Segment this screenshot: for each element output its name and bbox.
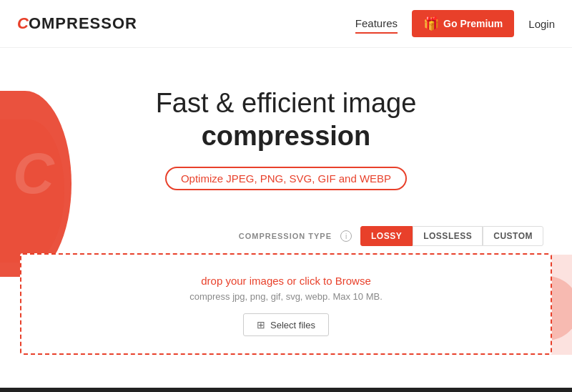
drop-zone[interactable]: drop your images or click to Browse comp… (20, 253, 552, 355)
logo-text: OMPRESSOR (29, 14, 137, 33)
info-icon[interactable]: i (340, 230, 352, 242)
type-lossless-button[interactable]: LOSSLESS (413, 226, 483, 246)
select-files-icon: ⊞ (257, 319, 265, 330)
drop-zone-main-text: drop your images or click to Browse (36, 275, 536, 287)
type-lossy-button[interactable]: LOSSY (360, 226, 413, 246)
hero-title-line1: Fast & efficient image (156, 88, 417, 118)
logo-link[interactable]: C OMPRESSOR (17, 14, 137, 33)
hero-title-line2: compression (0, 120, 572, 153)
bottom-bar (0, 388, 572, 392)
navbar: C OMPRESSOR Features 🎁 Go Premium Login (0, 0, 572, 48)
logo-c: C (17, 14, 29, 33)
drop-zone-sub-text: compress jpg, png, gif, svg, webp. Max 1… (36, 291, 536, 302)
login-link[interactable]: Login (528, 18, 555, 30)
compression-type-bar: COMPRESSION TYPE i LOSSY LOSSLESS CUSTOM (0, 226, 572, 246)
hero-title: Fast & efficient image compression (0, 87, 572, 152)
nav-right: Features 🎁 Go Premium Login (355, 10, 555, 37)
go-premium-button[interactable]: 🎁 Go Premium (412, 10, 514, 37)
type-custom-button[interactable]: CUSTOM (483, 226, 543, 246)
compression-type-label: COMPRESSION TYPE (239, 232, 332, 240)
hero-section: C Fast & efficient image compression Opt… (0, 48, 572, 355)
nav-features-link[interactable]: Features (355, 17, 398, 31)
select-files-button[interactable]: ⊞ Select files (243, 313, 329, 336)
compression-area: COMPRESSION TYPE i LOSSY LOSSLESS CUSTOM… (0, 226, 572, 355)
premium-label: Go Premium (443, 18, 503, 29)
hero-subtitle: Optimize JPEG, PNG, SVG, GIF and WEBP (165, 167, 407, 190)
select-files-label: Select files (270, 320, 315, 330)
premium-emoji: 🎁 (423, 16, 439, 31)
